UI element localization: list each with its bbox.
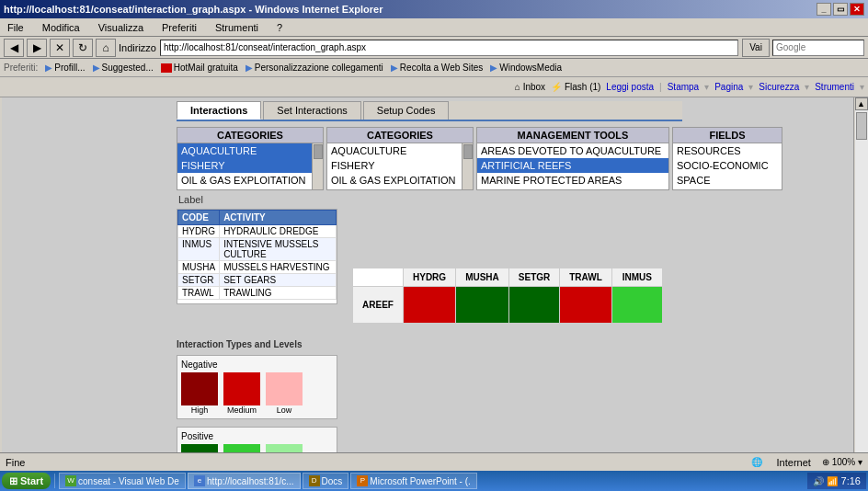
menu-preferiti[interactable]: Preferiti <box>158 21 200 34</box>
cat2-aquaculture[interactable]: AQUACULTURE <box>327 143 473 158</box>
hotmail-link[interactable]: HotMail gratuita <box>161 63 238 73</box>
matrix-cell-areef-setgr[interactable] <box>508 287 559 324</box>
taskbar-item-1[interactable]: e http://localhost:81/c... <box>188 473 301 489</box>
stampa-link[interactable]: Stampa <box>668 82 699 92</box>
scroll-v-cat1[interactable] <box>312 143 323 189</box>
categories-2-items: AQUACULTURE FISHERY OIL & GAS EXPLOITATI… <box>327 143 473 189</box>
scroll-v-cat2[interactable] <box>462 143 473 189</box>
profill-link[interactable]: ▶ Profill... <box>45 63 85 73</box>
categories-2-header: CATEGORIES <box>327 128 473 143</box>
menu-visualizza[interactable]: Visualizza <box>95 21 147 34</box>
cat2-fishery[interactable]: FISHERY <box>327 158 473 173</box>
flash-link[interactable]: ⚡ Flash (1) <box>551 82 600 92</box>
suggested-link[interactable]: ▶ Suggested... <box>93 63 154 73</box>
matrix-cell-areef-inmus[interactable] <box>611 287 662 324</box>
back-button[interactable]: ◀ <box>4 39 24 57</box>
taskbar-item-0[interactable]: W conseat - Visual Web Dev... <box>59 473 186 489</box>
tab-interactions[interactable]: Interactions <box>177 101 261 120</box>
scroll-thumb-cat1[interactable] <box>314 144 323 159</box>
inbox-link[interactable]: ⌂ Inbox <box>515 82 545 92</box>
management-tools-list[interactable]: AREAS DEVOTED TO AQUACULTURE ARTIFICIAL … <box>477 143 668 189</box>
scroll-track-v[interactable] <box>855 110 868 456</box>
negative-medium-label: Medium <box>227 405 257 415</box>
window-title: http://localhost:81/conseat/interaction_… <box>4 4 383 15</box>
cat1-aquaculture[interactable]: AQUACULTURE <box>177 143 323 158</box>
top-grid: CATEGORIES AQUACULTURE FISHERY OIL & GAS… <box>177 127 820 190</box>
categories-1-list[interactable]: AQUACULTURE FISHERY OIL & GAS EXPLOITATI… <box>177 143 323 189</box>
close-button[interactable]: ✕ <box>850 3 864 16</box>
code-table-row-3[interactable]: SETGRSET GEARS <box>178 274 337 287</box>
windowsmedia-link[interactable]: ▶ WindowsMedia <box>490 63 562 73</box>
field-resources[interactable]: RESOURCES <box>673 143 782 158</box>
matrix-cell-areef-trawl[interactable] <box>560 287 612 324</box>
matrix-cell-areef-musha[interactable] <box>456 287 509 324</box>
activity-col-header: ACTIVITY <box>220 211 337 225</box>
address-input[interactable] <box>160 40 738 56</box>
cat2-oil-gas[interactable]: OIL & GAS EXPLOITATION <box>327 173 473 188</box>
fields-list[interactable]: RESOURCES SOCIO-ECONOMIC SPACE <box>673 143 782 189</box>
start-button[interactable]: ⊞ Start <box>2 473 51 489</box>
mt-marine-protected[interactable]: MARINE PROTECTED AREAS <box>477 173 668 188</box>
spacer <box>177 308 337 336</box>
sicurezza-link[interactable]: Sicurezza <box>759 82 799 92</box>
mt-areas-devoted[interactable]: AREAS DEVOTED TO AQUACULTURE <box>477 143 668 158</box>
tab-navigation: Interactions Set Interactions Setup Code… <box>177 101 682 121</box>
cat1-recreational[interactable]: RECREATIONAL <box>177 188 323 189</box>
tab-setup-codes[interactable]: Setup Codes <box>363 101 450 120</box>
stop-button[interactable]: ✕ <box>50 39 70 57</box>
scroll-thumb-v[interactable] <box>856 112 867 140</box>
main-scrollbar[interactable]: ▲ ▼ <box>853 97 868 469</box>
fields-header: FIELDS <box>673 128 782 143</box>
code-table-row-4[interactable]: TRAWLTRAWLING <box>178 287 337 300</box>
menu-file[interactable]: File <box>4 21 28 34</box>
address-label: Indirizzo <box>119 42 156 53</box>
go-button[interactable]: Vai <box>742 39 770 57</box>
pagina-link[interactable]: Pagina <box>714 82 743 92</box>
cat2-recreational[interactable]: RECREATIONAL <box>327 188 473 189</box>
code-cell-2: MUSHA <box>178 261 220 274</box>
menu-strumenti[interactable]: Strumenti <box>211 21 262 34</box>
minimize-button[interactable]: _ <box>817 3 831 16</box>
mt-artificial-reefs[interactable]: ARTIFICIAL REEFS <box>477 158 668 173</box>
bottom-section: Label CODE ACTIVITY HYDRGHYDRAULIC <box>177 194 820 469</box>
matrix-col-musha: MUSHA <box>456 268 509 287</box>
field-socio-economic[interactable]: SOCIO-ECONOMIC <box>673 158 782 173</box>
matrix-cell-areef-hydrg[interactable] <box>404 287 456 324</box>
leggi-posta-link[interactable]: Leggi posta <box>606 82 654 92</box>
cat1-oil-gas[interactable]: OIL & GAS EXPLOITATION <box>177 173 323 188</box>
code-table-row-1[interactable]: INMUSINTENSIVE MUSSELS CULTURE <box>178 238 337 261</box>
forward-button[interactable]: ▶ <box>27 39 47 57</box>
matrix-col-inmus: INMUS <box>611 268 662 287</box>
fields-panel: FIELDS RESOURCES SOCIO-ECONOMIC SPACE <box>672 127 782 190</box>
field-space[interactable]: SPACE <box>673 173 782 188</box>
code-table-row-0[interactable]: HYDRGHYDRAULIC DREDGE <box>178 225 337 238</box>
negative-high-label: High <box>191 405 209 415</box>
taskbar-item-3[interactable]: P Microsoft PowerPoint - (... <box>350 473 477 489</box>
window-controls: _ ▭ ✕ <box>817 3 864 16</box>
personalizzazione-link[interactable]: ▶ Personalizzazione collegamenti <box>246 63 383 73</box>
taskbar-right: 🔊 📶 7:16 <box>807 473 866 489</box>
strumenti-link[interactable]: Strumenti <box>815 82 854 92</box>
activity-cell-1: INTENSIVE MUSSELS CULTURE <box>220 238 337 261</box>
categories-2-list[interactable]: AQUACULTURE FISHERY OIL & GAS EXPLOITATI… <box>327 143 473 189</box>
cat1-fishery[interactable]: FISHERY <box>177 158 323 173</box>
taskbar-item-1-icon: e <box>194 475 205 486</box>
management-tools-items: AREAS DEVOTED TO AQUACULTURE ARTIFICIAL … <box>477 143 668 188</box>
start-icon: ⊞ <box>9 475 17 487</box>
recolta-link[interactable]: ▶ Recolta a Web Sites <box>391 63 483 73</box>
search-input[interactable] <box>772 40 864 56</box>
tab-set-interactions[interactable]: Set Interactions <box>263 101 360 120</box>
zoom-indicator: ⊕ 100% ▾ <box>822 457 862 467</box>
menu-modifica[interactable]: Modifica <box>39 21 84 34</box>
scroll-thumb-cat2[interactable] <box>463 144 473 159</box>
code-cell-1: INMUS <box>178 238 220 261</box>
scroll-up-button[interactable]: ▲ <box>855 97 868 110</box>
refresh-button[interactable]: ↻ <box>73 39 93 57</box>
home-button[interactable]: ⌂ <box>96 39 116 57</box>
main-viewport: Interactions Set Interactions Setup Code… <box>0 97 868 469</box>
menu-help[interactable]: ? <box>273 21 286 34</box>
taskbar-item-2[interactable]: D Docs <box>303 473 349 489</box>
code-table-row-2[interactable]: MUSHAMUSSELS HARVESTING <box>178 261 337 274</box>
restore-button[interactable]: ▭ <box>833 3 848 16</box>
negative-label: Negative <box>181 360 333 370</box>
